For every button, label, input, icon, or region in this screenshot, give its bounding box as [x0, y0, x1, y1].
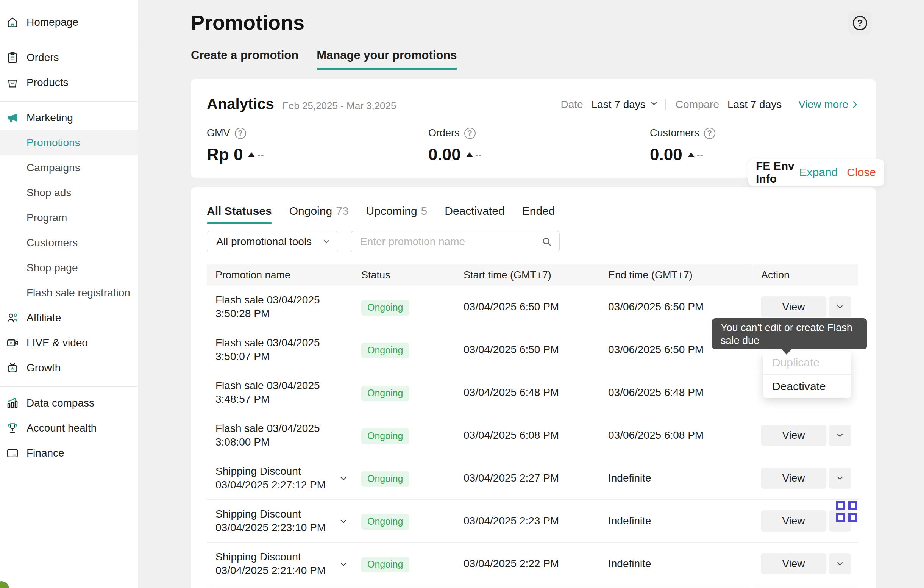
question-circle-icon[interactable]: ? [235, 128, 246, 139]
promotion-name: Flash sale 03/04/20253:50:28 PM [216, 293, 320, 320]
view-button[interactable]: View [761, 296, 826, 317]
sidebar-item-label: Shop ads [26, 187, 71, 199]
sidebar-item-shop-page[interactable]: Shop page [0, 255, 138, 280]
products-icon [6, 76, 19, 89]
status-cell: Ongoing [361, 471, 409, 487]
promotion-search-box [351, 231, 560, 252]
chevron-down-icon[interactable] [650, 99, 658, 111]
sidebar-item-homepage[interactable]: Homepage [0, 10, 138, 35]
delta-value: -- [257, 149, 264, 161]
promotion-name: Shipping Discount03/04/2025 2:21:40 PM [216, 550, 326, 577]
promotion-search-input[interactable] [360, 236, 541, 248]
megaphone-icon [6, 111, 19, 124]
view-button[interactable]: View [761, 510, 826, 532]
sidebar-item-products[interactable]: Products [0, 70, 138, 95]
affiliate-icon [6, 311, 19, 324]
status-badge: Ongoing [361, 428, 409, 444]
delta-value: -- [475, 149, 482, 161]
date-range-select[interactable]: Last 7 days [592, 99, 646, 111]
start-time: 03/04/2025 2:23 PM [464, 515, 559, 527]
sidebar-item-label: Campaigns [26, 162, 80, 174]
sidebar-item-flash-sale-registration[interactable]: Flash sale registration [0, 280, 138, 306]
view-button[interactable]: View [761, 553, 826, 574]
status-tabs: All Statuses Ongoing 73 Upcoming 5 Deact… [207, 205, 555, 224]
sidebar-item-data-compass[interactable]: Data compass [0, 391, 138, 416]
sidebar-item-shop-ads[interactable]: Shop ads [0, 180, 138, 205]
more-actions-button[interactable] [828, 425, 851, 446]
sidebar-item-orders[interactable]: Orders [0, 45, 138, 70]
status-cell: Ongoing [361, 428, 409, 444]
table-header: Promotion name Status Start time (GMT+7)… [207, 264, 858, 286]
question-circle-icon[interactable]: ? [464, 128, 476, 139]
view-button[interactable]: View [761, 467, 826, 489]
sidebar-item-label: Products [26, 76, 69, 89]
sidebar-item-label: Growth [26, 362, 61, 374]
help-button[interactable]: ? [848, 12, 872, 35]
metric-label: Customers [650, 127, 700, 139]
sidebar-item-label: Homepage [26, 16, 78, 28]
promotion-name: Flash sale 03/04/20253:08:00 PM [216, 422, 320, 449]
expand-row-icon[interactable] [338, 474, 348, 484]
status-tab-count: 5 [421, 205, 427, 218]
column-header-status: Status [361, 264, 390, 286]
view-button[interactable]: View [761, 425, 826, 446]
column-header-action: Action [761, 264, 790, 286]
menu-item-deactivate[interactable]: Deactivate [763, 375, 851, 398]
status-tab-all-statuses[interactable]: All Statuses [207, 205, 272, 224]
promotional-tools-select[interactable]: All promotional tools [207, 231, 338, 252]
action-cell: View [761, 425, 851, 446]
sidebar-item-label: LIVE & video [26, 337, 88, 349]
expand-row-icon[interactable] [338, 559, 348, 569]
fe-env-expand-link[interactable]: Expand [799, 166, 838, 179]
compare-value[interactable]: Last 7 days [728, 99, 782, 111]
status-tab-count: 73 [336, 205, 348, 218]
status-tab-ongoing[interactable]: Ongoing 73 [289, 205, 349, 224]
credit-card-icon [6, 447, 19, 459]
fe-env-close-link[interactable]: Close [847, 166, 876, 179]
status-tab-deactivated[interactable]: Deactivated [445, 205, 505, 224]
action-cell: View [761, 296, 851, 317]
analytics-controls: Date Last 7 days Compare Last 7 days Vie… [561, 99, 860, 111]
status-cell: Ongoing [361, 514, 409, 530]
sidebar-item-growth[interactable]: Growth [0, 355, 138, 380]
metric-value: 0.00 [650, 145, 682, 164]
search-icon [541, 236, 553, 248]
expand-row-icon[interactable] [338, 516, 348, 526]
more-actions-button[interactable] [828, 553, 851, 574]
table-row: Flash sale 03/04/20253:48:57 PM Ongoing … [207, 371, 858, 414]
sidebar-item-program[interactable]: Program [0, 205, 138, 230]
view-more-link[interactable]: View more [798, 99, 860, 111]
chevron-right-icon [850, 100, 860, 109]
column-header-end-time: End time (GMT+7) [608, 264, 693, 286]
question-circle-icon[interactable]: ? [704, 128, 715, 139]
sidebar-item-live-video[interactable]: LIVE & video [0, 330, 138, 355]
growth-icon [6, 362, 19, 374]
home-icon [6, 16, 19, 29]
sidebar-item-campaigns[interactable]: Campaigns [0, 155, 138, 180]
end-time: Indefinite [608, 558, 651, 570]
start-time: 03/04/2025 6:50 PM [464, 344, 559, 356]
action-cell: View [761, 553, 851, 574]
sidebar-divider [0, 41, 138, 41]
sidebar-item-customers[interactable]: Customers [0, 230, 138, 255]
sidebar-item-marketing[interactable]: Marketing [0, 105, 138, 130]
grid-widget-icon[interactable] [836, 501, 857, 522]
metric-orders: Orders ? 0.00 -- [428, 127, 482, 164]
tooltip-line: to high violation points. [721, 347, 867, 360]
sidebar-item-affiliate[interactable]: Affiliate [0, 306, 138, 330]
tab-create-a-promotion[interactable]: Create a promotion [191, 48, 299, 70]
status-cell: Ongoing [361, 386, 409, 401]
sidebar-item-finance[interactable]: Finance [0, 441, 138, 466]
status-tab-upcoming[interactable]: Upcoming 5 [366, 205, 427, 224]
more-actions-button[interactable] [828, 296, 851, 317]
more-actions-button[interactable] [828, 467, 851, 489]
sidebar-item-promotions[interactable]: Promotions [0, 130, 138, 155]
sidebar-item-label: Account health [26, 422, 97, 434]
start-time: 03/04/2025 2:27 PM [464, 472, 559, 484]
sidebar-item-account-health[interactable]: Account health [0, 416, 138, 441]
status-tab-ended[interactable]: Ended [522, 205, 555, 224]
chevron-down-icon [322, 237, 331, 246]
tab-manage-your-promotions[interactable]: Manage your promotions [317, 48, 457, 70]
pinned-column-divider [752, 264, 752, 587]
violation-tooltip: You can't edit or create Flash sale due … [711, 318, 867, 349]
